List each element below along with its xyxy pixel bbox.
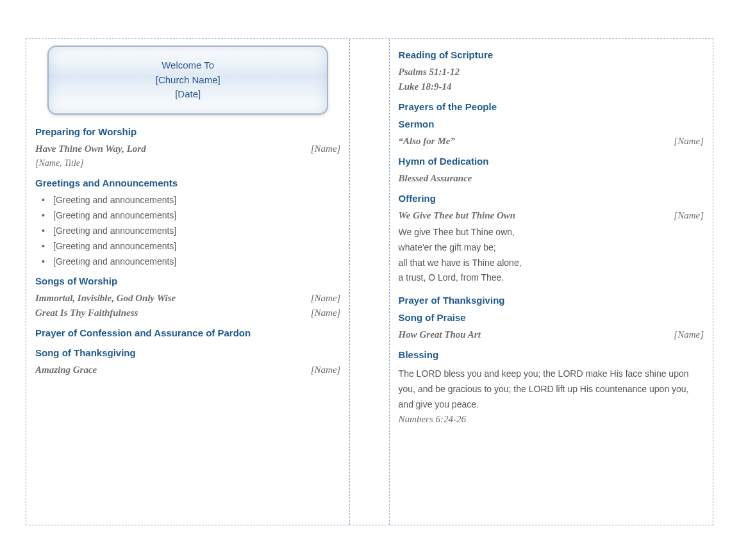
- praise-hymn: How Great Thou Art: [399, 329, 481, 340]
- scripture-2: Luke 18:9-14: [399, 81, 704, 92]
- announcements-list: [Greeting and announcements] [Greeting a…: [35, 195, 340, 267]
- offering-hymn: We Give Thee but Thine Own: [399, 210, 516, 221]
- song1-title: Immortal, Invisible, God Only Wise: [35, 293, 176, 304]
- thanksgiving-name: [Name]: [311, 365, 341, 375]
- blessing-header: Blessing: [399, 349, 704, 360]
- sermon-header: Sermon: [399, 119, 704, 129]
- welcome-line3: [Date]: [55, 87, 320, 102]
- greetings-header: Greetings and Announcements: [35, 177, 340, 188]
- preparing-sub: [Name, Title]: [35, 158, 340, 169]
- offering-row: We Give Thee but Thine Own [Name]: [399, 210, 704, 221]
- preparing-header: Preparing for Worship: [35, 126, 340, 137]
- offering-name: [Name]: [674, 210, 704, 221]
- praise-name: [Name]: [674, 329, 704, 340]
- song-row: Immortal, Invisible, God Only Wise [Name…: [35, 293, 340, 304]
- list-item: [Greeting and announcements]: [39, 210, 340, 220]
- sermon-row: “Also for Me” [Name]: [399, 136, 704, 147]
- reading-header: Reading of Scripture: [399, 49, 704, 60]
- preparing-hymn-name: [Name]: [311, 144, 341, 154]
- scripture-1: Psalms 51:1-12: [399, 67, 704, 78]
- preparing-hymn-title: Have Thine Own Way, Lord: [35, 144, 146, 154]
- welcome-line2: [Church Name]: [55, 73, 320, 88]
- dedication-header: Hymn of Dedication: [399, 156, 704, 167]
- praise-row: How Great Thou Art [Name]: [399, 329, 704, 340]
- praise-header: Song of Praise: [399, 312, 704, 323]
- dedication-hymn: Blessed Assurance: [399, 173, 704, 184]
- list-item: [Greeting and announcements]: [39, 241, 340, 251]
- prayer-thanks-header: Prayer of Thanksgiving: [399, 295, 704, 306]
- song2-name: [Name]: [311, 308, 341, 318]
- thanksgiving-row: Amazing Grace [Name]: [35, 365, 340, 375]
- list-item: [Greeting and announcements]: [39, 195, 340, 205]
- song2-title: Great Is Thy Faithfulness: [35, 308, 138, 318]
- right-column: Reading of Scripture Psalms 51:1-12 Luke…: [390, 39, 713, 525]
- left-column: Welcome To [Church Name] [Date] Preparin…: [26, 39, 350, 525]
- thanksgiving-song-header: Song of Thanksgiving: [35, 347, 340, 358]
- blessing-text: The LORD bless you and keep you; the LOR…: [399, 366, 704, 412]
- bulletin-page: Welcome To [Church Name] [Date] Preparin…: [26, 38, 713, 525]
- list-item: [Greeting and announcements]: [39, 226, 340, 236]
- thanksgiving-hymn: Amazing Grace: [35, 365, 97, 375]
- welcome-box: Welcome To [Church Name] [Date]: [47, 45, 328, 115]
- confession-header: Prayer of Confession and Assurance of Pa…: [35, 327, 340, 338]
- prayers-header: Prayers of the People: [399, 101, 704, 112]
- middle-spacer: [350, 39, 389, 525]
- preparing-hymn-row: Have Thine Own Way, Lord [Name]: [35, 144, 340, 154]
- sermon-name: [Name]: [674, 136, 704, 147]
- welcome-line1: Welcome To: [55, 58, 320, 73]
- song1-name: [Name]: [311, 293, 341, 304]
- song-row: Great Is Thy Faithfulness [Name]: [35, 308, 340, 318]
- offering-verse: We give Thee but Thine own, whate'er the…: [399, 225, 704, 286]
- songs-header: Songs of Worship: [35, 276, 340, 286]
- list-item: [Greeting and announcements]: [39, 256, 340, 267]
- sermon-title: “Also for Me”: [399, 136, 455, 147]
- blessing-ref: Numbers 6:24-26: [399, 414, 704, 425]
- offering-header: Offering: [399, 193, 704, 204]
